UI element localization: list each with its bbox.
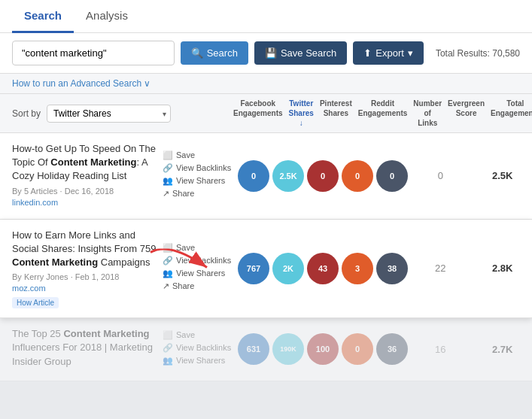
metric-evergreen: 0 [411,170,470,181]
search-bar-area: 🔍 Search 💾 Save Search ⬆ Export ▾ Total … [0,33,532,74]
result-meta: By Kerry Jones · Feb 1, 2018 [12,272,157,281]
results-list: How-to Get Up To Speed On The Topic Of C… [0,133,532,381]
view-backlinks-action[interactable]: 🔗 View Backlinks [163,163,238,173]
article-tag: How Article [12,297,59,308]
col-header-links: Numberof Links [412,99,443,128]
share-icon: ↗ [163,281,169,291]
search-button[interactable]: 🔍 Search [181,41,248,65]
metric-total: 2.8K [473,263,533,274]
result-actions: ⬜ Save 🔗 View Backlinks 👥 View Sharers ↗… [163,243,238,294]
export-chevron-icon: ▾ [408,47,413,59]
link-icon: 🔗 [163,256,173,266]
metric-evergreen: 16 [411,344,470,355]
sort-select[interactable]: Twitter Shares Facebook Engagements Tota… [47,105,171,123]
metric-pinterest: 0 [307,160,339,192]
metric-links: 38 [376,253,408,284]
result-content: How to Earn More Links and Social Shares… [12,229,163,309]
metric-facebook: 0 [238,160,269,192]
col-header-evergreen: EvergreenScore [446,99,486,128]
view-backlinks-action[interactable]: 🔗 View Backlinks [163,343,238,353]
metric-reddit: 0 [342,333,373,365]
tab-analysis[interactable]: Analysis [74,0,140,33]
col-header-twitter: TwitterShares ↓ [287,99,315,128]
metric-links: 36 [376,333,408,365]
save-action[interactable]: ⬜ Save [163,243,238,253]
view-sharers-action[interactable]: 👥 View Sharers [163,176,238,186]
metric-pinterest: 43 [307,253,339,284]
result-content: The Top 25 Content Marketing Influencers… [12,327,163,372]
table-row: The Top 25 Content Marketing Influencers… [0,318,532,381]
save-search-button[interactable]: 💾 Save Search [254,41,347,65]
metric-total: 2.7K [473,344,533,355]
col-header-total: TotalEngagements [489,99,532,128]
app-container: Search Analysis 🔍 Search 💾 Save Search ⬆… [0,0,532,419]
result-title: How-to Get Up To Speed On The Topic Of C… [12,142,157,184]
advanced-search-link[interactable]: How to run an Advanced Search ∨ [12,78,150,89]
save-action-icon: ⬜ [163,150,173,160]
col-header-reddit: RedditEngagements [357,99,409,128]
view-sharers-action[interactable]: 👥 View Sharers [163,269,238,278]
result-metrics: 767 2K 43 3 38 22 2.8K [238,253,532,284]
col-header-facebook: FacebookEngagements [232,99,284,128]
result-content: How-to Get Up To Speed On The Topic Of C… [12,142,163,210]
result-meta: By 5 Articles · Dec 16, 2018 [12,187,157,196]
metric-reddit: 0 [342,160,373,192]
view-sharers-action[interactable]: 👥 View Sharers [163,356,238,366]
metric-facebook: 767 [238,253,269,284]
sharers-icon: 👥 [163,269,173,278]
sharers-icon: 👥 [163,356,173,366]
view-backlinks-action[interactable]: 🔗 View Backlinks [163,256,238,266]
result-actions: ⬜ Save 🔗 View Backlinks 👥 View Sharers [163,330,238,369]
export-button[interactable]: ⬆ Export ▾ [353,41,424,65]
result-source[interactable]: moz.com [12,284,157,293]
chevron-down-icon: ∨ [144,78,150,89]
sharers-icon: 👥 [163,176,173,186]
export-icon: ⬆ [363,47,372,59]
result-source[interactable]: linkedin.com [12,198,157,207]
metric-evergreen: 22 [411,263,470,274]
col-header-pinterest: PinterestShares [318,99,354,128]
metric-total: 2.5K [473,170,533,181]
metric-pinterest: 100 [307,333,339,365]
metric-twitter: 2K [272,253,304,284]
result-title: How to Earn More Links and Social Shares… [12,229,157,270]
metric-reddit: 3 [342,253,373,284]
tab-search[interactable]: Search [12,0,74,33]
table-row: How to Earn More Links and Social Shares… [0,220,532,319]
advanced-row: How to run an Advanced Search ∨ [0,74,532,94]
link-icon: 🔗 [163,163,173,173]
metric-links: 0 [376,160,408,192]
sort-select-wrap: Twitter Shares Facebook Engagements Tota… [47,105,171,123]
metric-twitter: 190K [272,333,304,365]
share-icon: ↗ [163,189,169,199]
result-actions: ⬜ Save 🔗 View Backlinks 👥 View Sharers ↗… [163,150,238,202]
save-action-icon: ⬜ [163,330,173,340]
sort-label: Sort by [12,108,41,119]
search-input[interactable] [12,41,175,65]
total-results: Total Results: 70,580 [436,48,520,59]
result-metrics: 0 2.5K 0 0 0 0 2.5K [238,160,532,192]
table-row: How-to Get Up To Speed On The Topic Of C… [0,133,532,220]
result-title: The Top 25 Content Marketing Influencers… [12,327,157,369]
link-icon: 🔗 [163,343,173,353]
save-icon: 💾 [265,47,277,59]
metric-facebook: 631 [238,333,269,365]
share-action[interactable]: ↗ Share [163,189,238,199]
share-action[interactable]: ↗ Share [163,281,238,291]
save-action[interactable]: ⬜ Save [163,330,238,340]
search-icon: 🔍 [191,47,203,59]
save-action-icon: ⬜ [163,243,173,253]
result-metrics: 631 190K 100 0 36 16 2.7K [238,333,532,365]
metric-twitter: 2.5K [272,160,304,192]
tabs-bar: Search Analysis [0,0,532,33]
save-action[interactable]: ⬜ Save [163,150,238,160]
